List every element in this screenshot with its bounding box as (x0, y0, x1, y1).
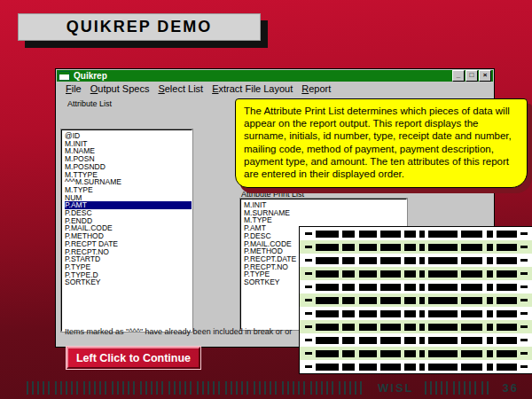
redacted-bar (419, 297, 425, 304)
redacted-bar (487, 364, 493, 371)
row-marker (520, 232, 528, 235)
barcode-bar (231, 381, 232, 395)
redacted-bar (419, 231, 425, 238)
redacted-bar (342, 337, 355, 344)
barcode-bar (275, 381, 277, 395)
close-button[interactable]: × (479, 70, 491, 82)
barcode-bar (112, 381, 113, 395)
barcode-bar (128, 381, 129, 395)
redacted-bar (419, 310, 425, 317)
redacted-bar (428, 284, 458, 291)
barcode-bar (168, 381, 170, 395)
redacted-bar (428, 231, 458, 238)
redacted-bar (342, 284, 355, 291)
redacted-bar (404, 364, 416, 371)
list-item[interactable]: SORTKEY (65, 278, 192, 286)
list-item[interactable]: M.TYPE (65, 186, 192, 194)
redacted-bar (497, 350, 517, 357)
redacted-bar (461, 310, 482, 317)
redacted-bar (342, 310, 355, 317)
redacted-bar (461, 257, 482, 264)
redacted-bar (419, 257, 425, 264)
maximize-button[interactable]: □ (466, 70, 478, 82)
menu-item-output-specs[interactable]: Output Specs (90, 83, 150, 94)
app-icon (59, 71, 70, 81)
redacted-bar (342, 324, 355, 331)
barcode-bar (344, 381, 346, 395)
redacted-bar (404, 284, 416, 291)
row-marker (305, 325, 312, 328)
row-marker (520, 286, 528, 288)
redacted-bar (359, 337, 377, 344)
continue-button[interactable]: Left Click to Continue (66, 347, 200, 369)
barcode-bar (213, 381, 215, 395)
barcode-bar (71, 381, 73, 395)
row-marker (520, 339, 528, 341)
barcode-bars (27, 381, 367, 395)
row-marker (305, 286, 312, 288)
redacted-bar (497, 257, 517, 264)
redacted-bar (316, 297, 339, 304)
redacted-bar (316, 337, 339, 344)
barcode-bar (225, 381, 227, 395)
menu-item-file[interactable]: File (66, 83, 82, 94)
redacted-bar (380, 244, 401, 251)
redacted-bar (419, 337, 425, 344)
barcode-bar (184, 381, 186, 395)
row-marker (520, 312, 528, 315)
redacted-bar (404, 350, 416, 357)
redacted-bar (428, 257, 458, 264)
barcode-bar (140, 381, 142, 395)
barcode-bar (446, 381, 448, 395)
menu-item-extract-file-layout[interactable]: Extract File Layout (212, 83, 293, 94)
status-note: Items marked as "^^^" have already been … (65, 327, 292, 336)
redacted-bar (316, 231, 339, 238)
redacted-bar (419, 270, 425, 278)
redacted-bar (497, 297, 517, 304)
menu-item-report[interactable]: Report (301, 83, 331, 94)
redacted-bar (316, 270, 339, 278)
report-preview-table (299, 226, 532, 374)
minimize-button[interactable]: _ (452, 70, 465, 82)
attribute-print-list-label: Attribute Print List (241, 190, 304, 199)
barcode-bar (197, 381, 199, 395)
redacted-bar (380, 297, 401, 304)
redacted-bar (428, 350, 458, 357)
row-marker (305, 232, 312, 235)
redacted-bar (380, 270, 401, 278)
redacted-bar (359, 350, 377, 357)
row-marker (520, 352, 528, 355)
barcode-bar (37, 381, 39, 395)
redacted-bar (404, 270, 416, 278)
report-row (300, 293, 532, 307)
redacted-bar (428, 310, 458, 317)
redacted-bar (428, 270, 458, 278)
barcode-bar (310, 381, 312, 395)
row-marker (520, 259, 528, 262)
redacted-bar (316, 364, 339, 371)
redacted-bar (487, 350, 493, 357)
barcode-bar (332, 381, 333, 395)
redacted-bar (487, 297, 493, 304)
barcode-bar (270, 381, 271, 395)
barcode-bar (259, 381, 261, 395)
barcode-bar (32, 381, 34, 395)
redacted-bar (380, 364, 401, 371)
redacted-bar (342, 257, 355, 264)
row-marker (305, 259, 312, 262)
redacted-bar (359, 257, 377, 264)
barcode-bar (202, 381, 204, 395)
window-titlebar[interactable]: Quikrep _ □ × (57, 70, 493, 82)
attribute-listbox[interactable]: @IDM.INITM.NAMEM.POSNM.POSNDDM.TTYPE^^^M… (61, 129, 192, 332)
redacted-bar (428, 297, 458, 304)
menu-item-select-list[interactable]: Select List (158, 83, 203, 94)
redacted-bar (497, 270, 517, 278)
barcode-bar (287, 381, 289, 395)
redacted-bar (404, 297, 416, 304)
redacted-bar (428, 364, 458, 371)
redacted-bar (404, 257, 416, 264)
list-item[interactable]: M.TYPE (244, 216, 406, 224)
redacted-bar (380, 337, 401, 344)
barcode-bar (117, 381, 119, 395)
barcode-bars (425, 381, 492, 395)
